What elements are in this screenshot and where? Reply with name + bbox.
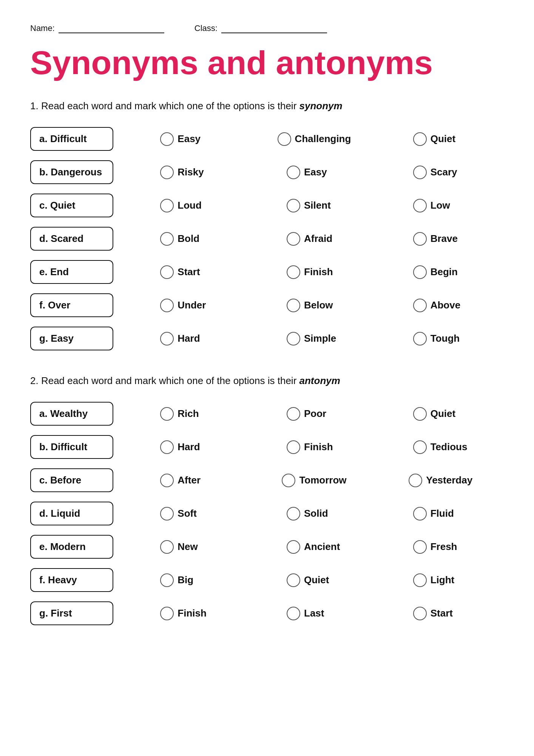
option-label-s2-g-0: Finish bbox=[177, 607, 215, 619]
question-row: c. BeforeAfterTomorrowYesterday bbox=[30, 467, 504, 494]
option-label-s1-g-0: Hard bbox=[177, 333, 215, 344]
radio-s2-c-1[interactable] bbox=[282, 474, 295, 487]
radio-s1-c-1[interactable] bbox=[287, 199, 300, 212]
option-item: Start bbox=[377, 607, 504, 620]
radio-s1-f-0[interactable] bbox=[160, 299, 174, 312]
option-item: Below bbox=[251, 299, 378, 312]
radio-s2-g-1[interactable] bbox=[287, 607, 300, 620]
class-label: Class: bbox=[194, 23, 218, 33]
radio-s2-a-2[interactable] bbox=[413, 407, 427, 421]
option-label-s1-f-0: Under bbox=[177, 299, 215, 311]
radio-s1-b-1[interactable] bbox=[287, 166, 300, 179]
radio-s2-d-1[interactable] bbox=[287, 507, 300, 521]
radio-s2-b-1[interactable] bbox=[287, 440, 300, 454]
option-item: After bbox=[125, 474, 251, 487]
radio-s2-c-2[interactable] bbox=[409, 474, 422, 487]
radio-s2-d-0[interactable] bbox=[160, 507, 174, 521]
option-item: Low bbox=[377, 199, 504, 212]
question-row: g. FirstFinishLastStart bbox=[30, 600, 504, 627]
radio-s2-g-2[interactable] bbox=[413, 607, 427, 620]
option-label-s2-f-1: Quiet bbox=[304, 574, 342, 586]
option-item: Poor bbox=[251, 407, 378, 421]
option-item: Afraid bbox=[251, 232, 378, 246]
option-label-s2-a-0: Rich bbox=[177, 408, 215, 420]
class-input-line[interactable] bbox=[221, 23, 327, 33]
option-item: Silent bbox=[251, 199, 378, 212]
question-row: f. HeavyBigQuietLight bbox=[30, 567, 504, 594]
options-group-s2-c: AfterTomorrowYesterday bbox=[125, 474, 504, 487]
option-label-s2-c-0: After bbox=[177, 474, 215, 486]
radio-s2-e-0[interactable] bbox=[160, 540, 174, 554]
name-input-line[interactable] bbox=[59, 23, 164, 33]
option-label-s1-f-2: Above bbox=[431, 299, 468, 311]
radio-s1-d-2[interactable] bbox=[413, 232, 427, 246]
option-label-s1-c-2: Low bbox=[431, 200, 468, 211]
radio-s2-e-2[interactable] bbox=[413, 540, 427, 554]
option-item: Under bbox=[125, 299, 251, 312]
word-box-s1-b: b. Dangerous bbox=[30, 160, 113, 184]
radio-s2-e-1[interactable] bbox=[287, 540, 300, 554]
options-group-s1-g: HardSimpleTough bbox=[125, 332, 504, 345]
word-box-s1-e: e. End bbox=[30, 260, 113, 284]
radio-s1-f-1[interactable] bbox=[287, 299, 300, 312]
radio-s2-a-0[interactable] bbox=[160, 407, 174, 421]
option-item: Easy bbox=[251, 166, 378, 179]
option-item: Finish bbox=[125, 607, 251, 620]
option-label-s1-d-2: Brave bbox=[431, 233, 468, 245]
option-label-s1-d-0: Bold bbox=[177, 233, 215, 245]
option-item: Bold bbox=[125, 232, 251, 246]
radio-s1-g-1[interactable] bbox=[287, 332, 300, 345]
header-fields: Name: Class: bbox=[30, 23, 504, 33]
radio-s1-a-1[interactable] bbox=[278, 132, 291, 146]
radio-s1-a-2[interactable] bbox=[413, 132, 427, 146]
options-group-s2-d: SoftSolidFluid bbox=[125, 507, 504, 521]
option-item: Ancient bbox=[251, 540, 378, 554]
option-label-s2-c-2: Yesterday bbox=[426, 474, 472, 486]
option-label-s1-b-1: Easy bbox=[304, 166, 342, 178]
radio-s1-a-0[interactable] bbox=[160, 132, 174, 146]
option-item: New bbox=[125, 540, 251, 554]
radio-s1-e-2[interactable] bbox=[413, 265, 427, 279]
radio-s1-b-2[interactable] bbox=[413, 166, 427, 179]
option-label-s1-a-1: Challenging bbox=[295, 133, 351, 145]
name-label: Name: bbox=[30, 23, 55, 33]
option-label-s1-b-2: Scary bbox=[431, 166, 468, 178]
word-box-s2-d: d. Liquid bbox=[30, 502, 113, 525]
option-label-s2-d-0: Soft bbox=[177, 508, 215, 519]
option-label-s2-f-0: Big bbox=[177, 574, 215, 586]
radio-s1-g-0[interactable] bbox=[160, 332, 174, 345]
question-row: f. OverUnderBelowAbove bbox=[30, 292, 504, 319]
radio-s1-d-0[interactable] bbox=[160, 232, 174, 246]
radio-s1-e-0[interactable] bbox=[160, 265, 174, 279]
radio-s1-c-0[interactable] bbox=[160, 199, 174, 212]
option-item: Yesterday bbox=[377, 474, 504, 487]
radio-s1-d-1[interactable] bbox=[287, 232, 300, 246]
option-label-s2-g-1: Last bbox=[304, 607, 342, 619]
option-item: Above bbox=[377, 299, 504, 312]
radio-s2-b-2[interactable] bbox=[413, 440, 427, 454]
radio-s2-c-0[interactable] bbox=[160, 474, 174, 487]
class-field-group: Class: bbox=[194, 23, 327, 33]
radio-s2-f-1[interactable] bbox=[287, 573, 300, 587]
options-group-s2-f: BigQuietLight bbox=[125, 573, 504, 587]
radio-s2-b-0[interactable] bbox=[160, 440, 174, 454]
option-label-s2-b-1: Finish bbox=[304, 441, 342, 453]
option-label-s2-b-0: Hard bbox=[177, 441, 215, 453]
option-label-s1-g-1: Simple bbox=[304, 333, 342, 344]
question-row: c. QuietLoudSilentLow bbox=[30, 192, 504, 219]
radio-s2-f-2[interactable] bbox=[413, 573, 427, 587]
word-box-s2-c: c. Before bbox=[30, 468, 113, 492]
radio-s2-d-2[interactable] bbox=[413, 507, 427, 521]
radio-s2-f-0[interactable] bbox=[160, 573, 174, 587]
radio-s1-f-2[interactable] bbox=[413, 299, 427, 312]
radio-s1-b-0[interactable] bbox=[160, 166, 174, 179]
radio-s1-c-2[interactable] bbox=[413, 199, 427, 212]
radio-s1-e-1[interactable] bbox=[287, 265, 300, 279]
option-item: Rich bbox=[125, 407, 251, 421]
option-label-s2-d-2: Fluid bbox=[431, 508, 468, 519]
option-label-s1-f-1: Below bbox=[304, 299, 342, 311]
radio-s2-g-0[interactable] bbox=[160, 607, 174, 620]
radio-s1-g-2[interactable] bbox=[413, 332, 427, 345]
option-label-s1-g-2: Tough bbox=[431, 333, 468, 344]
radio-s2-a-1[interactable] bbox=[287, 407, 300, 421]
